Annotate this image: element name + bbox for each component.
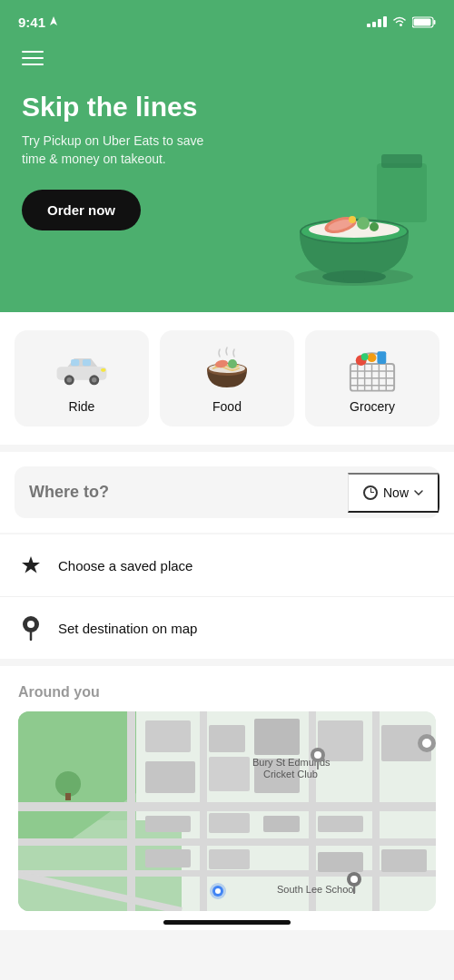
- svg-point-81: [422, 739, 431, 748]
- saved-place-label: Choose a saved place: [58, 558, 192, 573]
- map-destination-label: Set destination on map: [58, 621, 197, 636]
- where-bar: Now: [15, 466, 439, 518]
- home-indicator: [0, 911, 454, 930]
- svg-point-27: [228, 359, 237, 368]
- where-section: Now: [0, 452, 454, 533]
- svg-rect-70: [318, 852, 363, 872]
- svg-rect-50: [127, 711, 135, 911]
- signal-icon: [367, 16, 387, 27]
- map-container[interactable]: Bury St Edmunds Cricket Club South Lee S…: [18, 711, 436, 911]
- service-card-grocery[interactable]: Grocery: [305, 330, 439, 426]
- map-svg: Bury St Edmunds Cricket Club South Lee S…: [18, 711, 436, 911]
- saved-place-option[interactable]: Choose a saved place: [0, 534, 454, 597]
- svg-rect-51: [200, 711, 207, 911]
- svg-point-12: [370, 222, 379, 231]
- hero-subtitle: Try Pickup on Uber Eats to save time & m…: [22, 132, 222, 168]
- svg-rect-39: [377, 351, 386, 364]
- battery-icon: [412, 16, 436, 28]
- svg-rect-4: [381, 154, 422, 168]
- ride-label: Ride: [69, 399, 95, 414]
- food-label: Food: [212, 399, 242, 414]
- services-section: Ride Food: [0, 312, 454, 445]
- svg-point-86: [215, 888, 221, 894]
- order-now-button[interactable]: Order now: [22, 190, 141, 230]
- svg-point-11: [357, 217, 370, 230]
- svg-point-78: [350, 876, 358, 883]
- wifi-icon: [392, 16, 407, 27]
- svg-point-42: [27, 621, 35, 628]
- svg-rect-16: [57, 367, 107, 380]
- svg-rect-63: [145, 816, 191, 832]
- svg-rect-23: [101, 368, 105, 372]
- status-time: 9:41: [18, 15, 58, 30]
- svg-point-20: [67, 377, 72, 382]
- hero-section: Skip the lines Try Pickup on Uber Eats t…: [0, 40, 454, 312]
- svg-rect-57: [254, 719, 300, 755]
- svg-point-40: [361, 353, 369, 360]
- ride-icon: [53, 347, 111, 390]
- status-bar: 9:41: [0, 0, 454, 40]
- svg-text:Cricket Club: Cricket Club: [263, 769, 318, 779]
- svg-rect-64: [209, 813, 250, 833]
- svg-rect-69: [381, 849, 427, 872]
- around-you-title: Around you: [18, 684, 436, 701]
- svg-rect-52: [309, 711, 316, 911]
- grocery-label: Grocery: [350, 399, 395, 414]
- food-icon: [198, 347, 256, 390]
- now-button[interactable]: Now: [348, 473, 439, 513]
- status-icons: [367, 16, 436, 28]
- service-card-ride[interactable]: Ride: [15, 330, 149, 426]
- svg-text:South Lee School: South Lee School: [277, 884, 356, 895]
- svg-rect-3: [377, 163, 427, 222]
- clock-icon: [363, 485, 378, 500]
- svg-point-22: [92, 377, 96, 382]
- map-pin-icon: [18, 615, 44, 641]
- home-bar: [163, 920, 291, 925]
- hero-illustration: [272, 136, 436, 303]
- grocery-icon: [343, 347, 401, 390]
- chevron-down-icon: [414, 490, 423, 495]
- svg-rect-53: [372, 711, 380, 911]
- svg-rect-56: [209, 725, 245, 752]
- svg-rect-65: [263, 816, 300, 832]
- where-input[interactable]: [15, 466, 348, 518]
- svg-rect-2: [434, 20, 436, 24]
- svg-point-82: [55, 771, 81, 797]
- svg-point-38: [368, 353, 377, 362]
- map-destination-option[interactable]: Set destination on map: [0, 597, 454, 659]
- svg-rect-55: [145, 720, 191, 752]
- service-card-food[interactable]: Food: [160, 330, 294, 426]
- svg-rect-17: [71, 359, 79, 366]
- options-section: Choose a saved place Set destination on …: [0, 534, 454, 659]
- svg-rect-68: [318, 816, 363, 832]
- svg-rect-83: [65, 793, 71, 800]
- now-label: Now: [383, 485, 409, 500]
- svg-point-75: [314, 751, 321, 759]
- menu-button[interactable]: [22, 51, 44, 65]
- svg-rect-58: [145, 761, 195, 793]
- svg-rect-18: [83, 359, 91, 366]
- svg-rect-15: [343, 270, 365, 281]
- svg-rect-66: [145, 849, 191, 867]
- svg-rect-67: [209, 849, 250, 869]
- svg-point-13: [349, 216, 356, 223]
- around-you-section: Around you: [0, 666, 454, 911]
- location-arrow-icon: [49, 16, 58, 27]
- hero-title: Skip the lines: [22, 91, 240, 123]
- star-icon: [18, 553, 44, 578]
- svg-rect-59: [209, 757, 250, 791]
- svg-rect-1: [414, 18, 431, 25]
